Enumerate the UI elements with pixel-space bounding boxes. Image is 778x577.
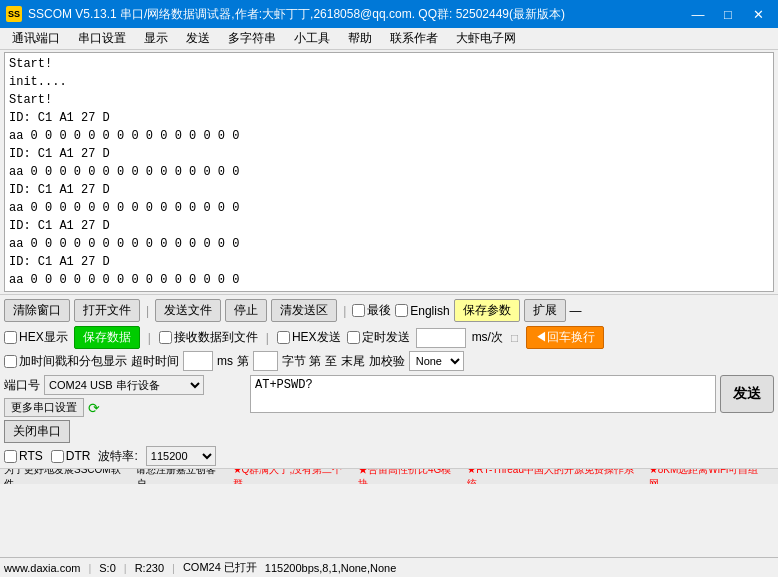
open-file-button[interactable]: 打开文件: [74, 299, 140, 322]
right-panel: AT+PSWD? 发送: [250, 375, 774, 413]
add-timestamp-label[interactable]: 加时间戳和分包显示: [4, 353, 127, 370]
timing-row: 加时间戳和分包显示 超时时间 20 ms 第 1 字节 第 至 末尾 加校验 N…: [4, 351, 774, 371]
more-settings-row: 更多串口设置 ⟳: [4, 398, 244, 417]
timing-send-label[interactable]: 定时发送: [347, 329, 410, 346]
menu-comm-port[interactable]: 通讯端口: [4, 28, 68, 49]
clear-window-button[interactable]: 清除窗口: [4, 299, 70, 322]
timing-send-checkbox[interactable]: [347, 331, 360, 344]
save-params-button[interactable]: 保存参数: [454, 299, 520, 322]
menu-contact[interactable]: 联系作者: [382, 28, 446, 49]
separator1: |: [146, 304, 149, 318]
baud-label: 波特率:: [98, 448, 137, 465]
website-status[interactable]: www.daxia.com: [4, 562, 80, 574]
r-status: R:230: [135, 562, 164, 574]
window-controls: — □ ✕: [684, 4, 772, 24]
receive-to-file-checkbox[interactable]: [159, 331, 172, 344]
add-timestamp-checkbox[interactable]: [4, 355, 17, 368]
toolbar-area: 清除窗口 打开文件 | 发送文件 停止 清发送区 | 最後 English 保存…: [0, 294, 778, 373]
close-port-row: 关闭串口: [4, 420, 244, 443]
menu-multistring[interactable]: 多字符串: [220, 28, 284, 49]
refresh-icon[interactable]: ⟳: [88, 400, 100, 416]
bottom-panel: 端口号 COM24 USB 串行设备 更多串口设置 ⟳ 关闭串口 RTS DTR: [0, 373, 778, 468]
hex-display-label[interactable]: HEX显示: [4, 329, 68, 346]
timing-unit-label: ms/次: [472, 329, 503, 346]
hex-display-checkbox[interactable]: [4, 331, 17, 344]
save-data-button[interactable]: 保存数据: [74, 326, 140, 349]
timeout-label: 超时时间: [131, 353, 179, 370]
terminal-line: Start!: [9, 55, 769, 73]
terminal-output[interactable]: Start!init....Start!ID: C1 A1 27 Daa 0 0…: [4, 52, 774, 292]
terminal-line: Start!: [9, 91, 769, 109]
menu-help[interactable]: 帮助: [340, 28, 380, 49]
ad3: ★RT-Thread中国人的开源免费操作系统: [467, 468, 640, 484]
terminal-line: aa 0 0 0 0 0 0 0 0 0 0 0 0 0 0 0: [9, 271, 769, 289]
send-file-button[interactable]: 发送文件: [155, 299, 221, 322]
terminal-line: aa 0 0 0 0 0 0 0 0 0 0 0 0 0 0 0: [9, 127, 769, 145]
menu-website[interactable]: 大虾电子网: [448, 28, 524, 49]
menu-display[interactable]: 显示: [136, 28, 176, 49]
maximize-button[interactable]: □: [714, 4, 742, 24]
port-status: COM24 已打开: [183, 560, 257, 575]
ad2: ★合宙高性价比4G模块: [358, 468, 459, 484]
port-label: 端口号: [4, 377, 40, 394]
send-area: AT+PSWD? 发送: [250, 375, 774, 413]
timing-interval-input[interactable]: 1000: [416, 328, 466, 348]
more-settings-button[interactable]: 更多串口设置: [4, 398, 84, 417]
ad-bar: 为了更好地发展SSCOM软件 请您注册嘉立创客户 ★Q群满人了,没有第二个群 ★…: [0, 468, 778, 484]
toolbar-row1: 清除窗口 打开文件 | 发送文件 停止 清发送区 | 最後 English 保存…: [4, 297, 774, 324]
page-num-input[interactable]: 1: [253, 351, 278, 371]
hex-send-label[interactable]: HEX发送: [277, 329, 341, 346]
last-checkbox[interactable]: [352, 304, 365, 317]
terminal-line: ID: C1 A1 27 D: [9, 181, 769, 199]
send-button[interactable]: 发送: [720, 375, 774, 413]
english-label: English: [410, 304, 449, 318]
terminal-line: ID: C1 A1 27 D: [9, 217, 769, 235]
check-select[interactable]: None CRC8 SUM: [409, 351, 464, 371]
english-checkbox[interactable]: [395, 304, 408, 317]
check-label: 加校验: [369, 353, 405, 370]
ad1: ★Q群满人了,没有第二个群: [233, 468, 350, 484]
english-checkbox-label[interactable]: English: [395, 304, 449, 318]
title-bar: SS SSCOM V5.13.1 串口/网络数据调试器,作者:大虾丁丁,2618…: [0, 0, 778, 28]
terminal-line: ID: C1 A1 27 D: [9, 145, 769, 163]
port-row: 端口号 COM24 USB 串行设备: [4, 375, 244, 395]
app-icon: SS: [6, 6, 22, 22]
terminal-line: init....: [9, 73, 769, 91]
left-panel: 端口号 COM24 USB 串行设备 更多串口设置 ⟳ 关闭串口 RTS DTR: [4, 375, 244, 466]
port-select[interactable]: COM24 USB 串行设备: [44, 375, 204, 395]
timeout-input[interactable]: 20: [183, 351, 213, 371]
dtr-label[interactable]: DTR: [51, 449, 91, 463]
menu-tools[interactable]: 小工具: [286, 28, 338, 49]
close-port-button[interactable]: 关闭串口: [4, 420, 70, 443]
window-title: SSCOM V5.13.1 串口/网络数据调试器,作者:大虾丁丁,2618058…: [28, 6, 565, 23]
rts-checkbox[interactable]: [4, 450, 17, 463]
baud-select[interactable]: 115200 9600 19200 38400 57600: [146, 446, 216, 466]
dtr-checkbox[interactable]: [51, 450, 64, 463]
rts-label[interactable]: RTS: [4, 449, 43, 463]
menu-serial-settings[interactable]: 串口设置: [70, 28, 134, 49]
terminal-line: aa 0 0 0 0 0 0 0 0 0 0 0 0 0 0 0: [9, 163, 769, 181]
return-carriage-button[interactable]: ◀回车换行: [526, 326, 604, 349]
status-bar: www.daxia.com | S:0 | R:230 | COM24 已打开 …: [0, 557, 778, 577]
config-status: 115200bps,8,1,None,None: [265, 562, 397, 574]
config-row: HEX显示 保存数据 | 接收数据到文件 | HEX发送 定时发送 1000 m…: [4, 324, 774, 351]
menu-bar: 通讯端口 串口设置 显示 发送 多字符串 小工具 帮助 联系作者 大虾电子网: [0, 28, 778, 50]
s-status: S:0: [99, 562, 116, 574]
send-input[interactable]: AT+PSWD?: [250, 375, 716, 413]
menu-send[interactable]: 发送: [178, 28, 218, 49]
minimize-button[interactable]: —: [684, 4, 712, 24]
hex-send-checkbox[interactable]: [277, 331, 290, 344]
stop-button[interactable]: 停止: [225, 299, 267, 322]
separator2: |: [343, 304, 346, 318]
close-button[interactable]: ✕: [744, 4, 772, 24]
receive-to-file-label[interactable]: 接收数据到文件: [159, 329, 258, 346]
terminal-line: ID: C1 A1 27 D: [9, 253, 769, 271]
clear-send-area-button[interactable]: 清发送区: [271, 299, 337, 322]
terminal-line: ID: C1 A1 27 D: [9, 109, 769, 127]
expand-button[interactable]: 扩展: [524, 299, 566, 322]
ad-text2: 请您注册嘉立创客户: [136, 468, 224, 484]
close-port-label: 关闭串口: [13, 423, 61, 440]
rts-dtr-row: RTS DTR 波特率: 115200 9600 19200 38400 576…: [4, 446, 244, 466]
last-checkbox-label[interactable]: 最後: [352, 302, 391, 319]
separator3: —: [570, 304, 582, 318]
